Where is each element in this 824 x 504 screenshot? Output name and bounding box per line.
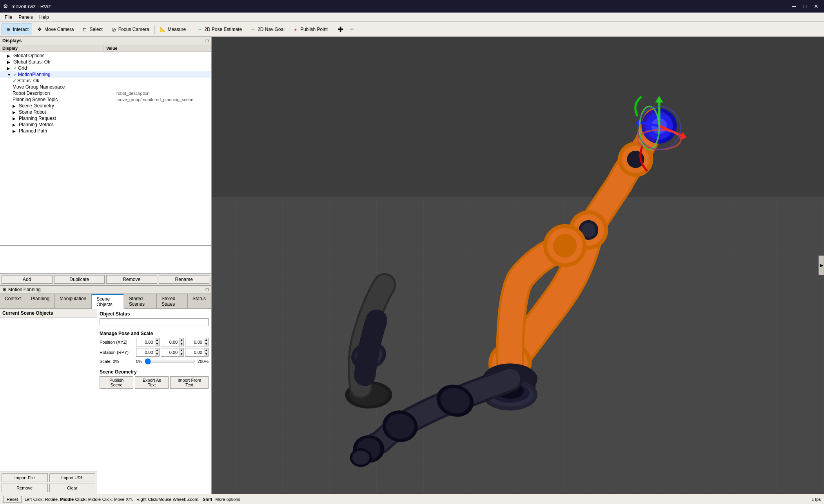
displays-close-button[interactable]: □ [206,38,209,44]
rot-y-down[interactable]: ▼ [204,352,208,356]
left-click-label: Left-Click: Rotate. [25,497,59,502]
rot-r-input[interactable]: 0.00 ▲ ▼ [136,348,160,357]
label-robot-desc: Robot Description [13,91,50,96]
rot-p-down[interactable]: ▼ [180,352,183,356]
import-file-button[interactable]: Import File [2,473,48,482]
minimize-button[interactable]: ─ [790,2,799,11]
menu-bar: File Panels Help [0,13,824,22]
tree-item-planned-path[interactable]: ▶ Planned Path [0,128,211,134]
interact-button[interactable]: ⊕ Interact [2,24,32,35]
remove-button[interactable]: Remove [106,275,157,284]
select-label: Select [89,27,102,32]
tree-item-global-options[interactable]: ▶ Global Options [0,53,211,59]
check-grid: ✓ [13,65,17,71]
pose-estimate-button[interactable]: → 2D Pose Estimate [193,24,245,35]
nav-goal-button[interactable]: → 2D Nav Goal [246,24,288,35]
tab-context[interactable]: Context [0,294,26,308]
remove-object-button[interactable]: Remove [2,484,48,492]
clear-button[interactable]: Clear [49,484,96,492]
viewport[interactable]: ◀ ▶ [212,37,824,494]
window-title: moveit.rviz - RViz [11,4,51,9]
tree-item-planning-metrics[interactable]: ▶ Planning Metrics [0,121,211,128]
maximize-button[interactable]: □ [800,2,810,11]
pos-y-down[interactable]: ▼ [180,342,183,346]
label-scene-geometry: Scene Geometry [19,103,54,109]
tree-item-scene-geometry[interactable]: ▶ Scene Geometry [0,103,211,109]
tree-item-scene-robot[interactable]: ▶ Scene Robot [0,109,211,115]
menu-help[interactable]: Help [36,14,52,21]
pos-z-down[interactable]: ▼ [204,342,208,346]
measure-icon: 📐 [160,26,166,33]
tree-item-motion-planning[interactable]: ▼ ✓ MotionPlanning [0,71,211,78]
tab-manipulation[interactable]: Manipulation [54,294,91,308]
tree-item-grid[interactable]: ▶ ✓ Grid [0,65,211,71]
import-from-text-button[interactable]: Import From Text [170,376,209,389]
rename-button[interactable]: Rename [159,275,210,284]
shift-label: Shift [203,497,212,502]
pose-estimate-icon: → [196,26,203,33]
measure-button[interactable]: 📐 Measure [156,24,189,35]
pos-x-down[interactable]: ▼ [155,342,159,346]
position-grid: Position (XYZ): 0.00 ▲ ▼ 0.00 [100,338,209,346]
scene-objects-left: Current Scene Objects Import File Import… [0,309,97,494]
move-camera-button[interactable]: ✥ Move Camera [33,24,77,35]
duplicate-button[interactable]: Duplicate [54,275,105,284]
rotation-label: Rotation (RPY): [100,350,135,355]
rot-y-input[interactable]: 0.00 ▲ ▼ [185,348,209,357]
import-url-button[interactable]: Import URL [49,473,96,482]
add-button[interactable]: Add [2,275,53,284]
tree-item-move-group-ns[interactable]: Move Group Namespace [0,84,211,90]
export-as-text-button[interactable]: Export As Text [135,376,169,389]
main-layout: Displays □ Display Value ▶ Global Option… [0,37,824,494]
pos-z-up[interactable]: ▲ [204,338,208,342]
pos-x-arrows: ▲ ▼ [155,338,159,346]
publish-scene-button[interactable]: Publish Scene [100,376,133,389]
add-icon-button[interactable]: ✚ [335,24,346,35]
check-status-ok: ✓ [13,78,16,83]
pos-x-up[interactable]: ▲ [155,338,159,342]
tab-stored-scenes[interactable]: Stored Scenes [124,294,156,308]
tree-item-planning-scene-topic[interactable]: Planning Scene Topic move_group/monitore… [0,96,211,103]
tab-scene-objects[interactable]: Scene Objects [91,294,124,309]
minus-button[interactable]: − [347,24,357,35]
rot-r-up[interactable]: ▲ [155,348,159,352]
scale-slider[interactable] [145,358,195,364]
publish-point-button[interactable]: ● Publish Point [289,24,331,35]
pos-z-input[interactable]: 0.00 ▲ ▼ [185,338,209,346]
tree-item-status-ok[interactable]: ✓ Status: Ok [0,78,211,84]
tree-item-global-status[interactable]: ▶ Global Status: Ok [0,59,211,65]
menu-panels[interactable]: Panels [15,14,36,21]
window-controls[interactable]: ─ □ ✕ [790,2,821,11]
label-grid: Grid [18,65,27,71]
displays-panel: Displays □ Display Value ▶ Global Option… [0,37,211,246]
reset-button[interactable]: Reset [3,496,22,503]
expand-global-status: ▶ [7,60,13,64]
rot-y-up[interactable]: ▲ [204,348,208,352]
label-global-status: Global Status: Ok [13,59,50,65]
focus-camera-button[interactable]: ◎ Focus Camera [107,24,153,35]
interact-icon: ⊕ [5,26,11,33]
tree-item-planning-request[interactable]: ▶ Planning Request [0,115,211,121]
tab-planning[interactable]: Planning [26,294,54,308]
tab-stored-states[interactable]: Stored States [156,294,187,308]
pos-y-up[interactable]: ▲ [180,338,183,342]
close-button[interactable]: ✕ [811,2,821,11]
label-move-group-ns: Move Group Namespace [13,84,65,90]
pos-y-input[interactable]: 0.00 ▲ ▼ [161,338,184,346]
select-button[interactable]: ◻ Select [78,24,106,35]
scale-min: 0% [136,359,142,364]
position-label: Position (XYZ): [100,340,135,344]
right-collapse-arrow[interactable]: ▶ [819,256,824,275]
tree-item-robot-desc[interactable]: Robot Description robot_description [0,90,211,96]
pos-x-input[interactable]: 0.00 ▲ ▼ [136,338,160,346]
rot-p-input[interactable]: 0.00 ▲ ▼ [161,348,184,357]
rot-p-up[interactable]: ▲ [180,348,183,352]
motion-planning-header: ⚙ MotionPlanning □ [0,286,211,294]
label-planned-path: Planned Path [19,128,47,134]
rot-r-down[interactable]: ▼ [155,352,159,356]
focus-camera-label: Focus Camera [118,27,149,32]
menu-file[interactable]: File [2,14,15,21]
tab-status[interactable]: Status [187,294,211,308]
motion-planning-close[interactable]: □ [206,287,209,292]
scene-objects-list[interactable] [0,318,97,472]
